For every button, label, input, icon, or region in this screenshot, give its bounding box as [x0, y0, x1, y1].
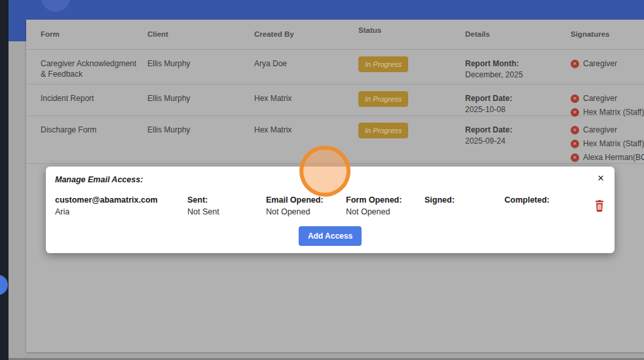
details-cell: Report Date: 2025-09-24: [465, 125, 563, 146]
form-name: Discharge Form: [41, 125, 140, 135]
form-opened-value: Not Opened: [346, 207, 402, 216]
signature-name: Alexa Herman(BCBA): [583, 152, 644, 163]
form-opened-label: Form Opened:: [346, 195, 402, 205]
status-badge: In Progress: [358, 123, 408, 138]
details-value: December, 2025: [465, 70, 563, 80]
signature-missing-icon: ×: [571, 140, 579, 148]
status-cell: In Progress: [358, 56, 457, 72]
email-opened-status: Email Opened: Not Opened: [266, 195, 324, 216]
signatures-cell: × Caregiver: [571, 58, 644, 72]
details-label: Report Month:: [465, 58, 563, 69]
click-highlight-indicator: [299, 146, 350, 197]
column-header-status: Status: [358, 26, 457, 34]
logo-icon: [41, 0, 70, 12]
created-by: Arya Doe: [254, 58, 352, 69]
details-value: 2025-10-08: [465, 104, 563, 115]
details-value: 2025-09-24: [465, 136, 563, 146]
table-header-row: Form Client Created By Status Details Si…: [26, 20, 644, 50]
created-by: Hex Matrix: [254, 93, 352, 104]
details-label: Report Date:: [465, 125, 563, 135]
column-header-signatures: Signatures: [571, 30, 644, 38]
status-badge: In Progress: [358, 91, 408, 107]
table-row[interactable]: Incident Report Ellis Murphy Hex Matrix …: [26, 85, 644, 116]
entry-name: Aria: [55, 207, 158, 216]
signature-item: × Caregiver: [571, 93, 644, 104]
signature-missing-icon: ×: [571, 108, 579, 117]
signature-name: Hex Matrix (Staff): [583, 138, 644, 149]
client-name: Ellis Murphy: [147, 58, 246, 69]
signature-missing-icon: ×: [571, 153, 579, 162]
sent-status: Sent: Not Sent: [187, 195, 219, 216]
signature-item: × Caregiver: [571, 125, 644, 135]
signatures-cell: × Caregiver × Hex Matrix (Staff) × Alexa…: [571, 125, 644, 166]
details-label: Report Date:: [465, 93, 563, 104]
signature-item: × Hex Matrix (Staff): [571, 138, 644, 149]
client-name: Ellis Murphy: [147, 125, 246, 135]
column-header-created-by: Created By: [254, 30, 352, 38]
dialog-title: Manage Email Access:: [55, 175, 143, 184]
completed-status: Completed:: [504, 195, 550, 207]
signature-item: × Caregiver: [571, 58, 644, 69]
close-icon[interactable]: ×: [594, 171, 608, 186]
status-badge: In Progress: [358, 56, 408, 72]
add-access-button[interactable]: Add Access: [299, 226, 362, 246]
details-cell: Report Month: December, 2025: [465, 58, 563, 80]
collapsed-sidebar: [0, 0, 9, 360]
form-name: Caregiver Acknowledgment & Feedback: [41, 58, 140, 79]
form-name: Incident Report: [41, 93, 140, 104]
signature-name: Caregiver: [583, 125, 617, 135]
column-header-form: Form: [41, 30, 140, 38]
signature-name: Caregiver: [583, 93, 617, 104]
email-access-entry: customer@abamatrix.com Aria: [55, 195, 158, 216]
signature-missing-icon: ×: [571, 60, 579, 68]
completed-label: Completed:: [504, 195, 550, 205]
client-name: Ellis Murphy: [147, 93, 246, 104]
signature-name: Caregiver: [583, 58, 617, 69]
email-opened-value: Not Opened: [266, 207, 324, 216]
created-by: Hex Matrix: [254, 125, 352, 135]
signature-missing-icon: ×: [571, 94, 579, 103]
column-header-client: Client: [147, 30, 246, 38]
signed-label: Signed:: [425, 195, 455, 205]
details-cell: Report Date: 2025-10-08: [465, 93, 563, 115]
form-opened-status: Form Opened: Not Opened: [346, 195, 402, 216]
entry-email: customer@abamatrix.com: [55, 195, 158, 205]
sent-label: Sent:: [187, 195, 219, 205]
signed-status: Signed:: [425, 195, 455, 207]
status-cell: In Progress: [358, 91, 457, 107]
email-opened-label: Email Opened:: [266, 195, 324, 205]
column-header-details: Details: [465, 30, 563, 38]
table-row[interactable]: Caregiver Acknowledgment & Feedback Elli…: [26, 50, 644, 85]
signature-missing-icon: ×: [571, 126, 579, 134]
signature-item: × Alexa Herman(BCBA): [571, 152, 644, 163]
app-screen: Form Client Created By Status Details Si…: [0, 0, 644, 360]
sent-value: Not Sent: [187, 207, 219, 216]
delete-access-trash-icon[interactable]: [594, 200, 605, 212]
status-cell: In Progress: [358, 123, 457, 138]
